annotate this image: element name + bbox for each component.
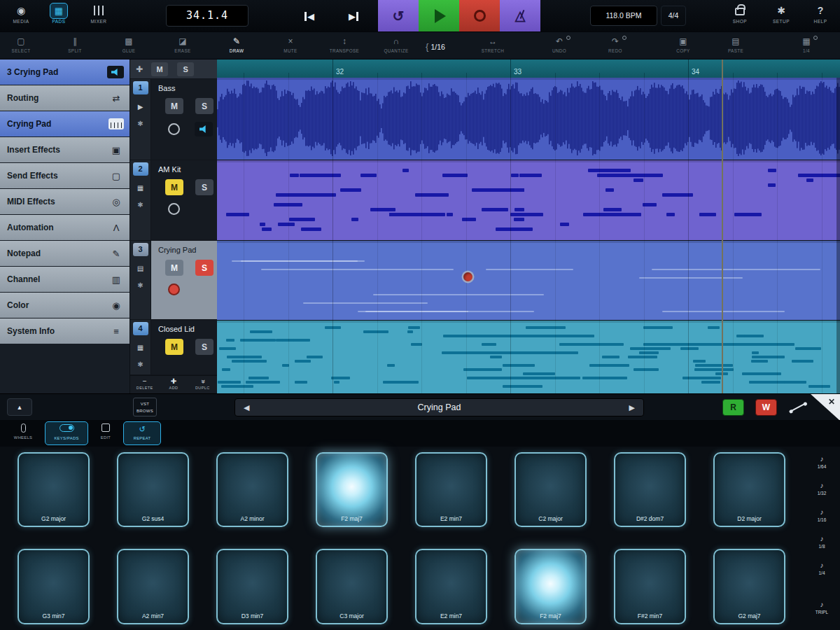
add-track-button[interactable]: ✚ADD xyxy=(159,376,188,393)
skip-back-button[interactable]: ◀ xyxy=(297,6,322,27)
repeat-rate-1-64[interactable]: ♪1/64 xyxy=(806,455,837,469)
tool-glue[interactable]: ▩GLUE xyxy=(106,36,152,53)
mixer-button[interactable]: MIXER xyxy=(81,3,116,24)
patch-selector[interactable]: ◀ Crying Pad ▶ xyxy=(234,398,644,416)
media-button[interactable]: ◉ MEDIA xyxy=(4,3,38,24)
solo-button[interactable]: S xyxy=(195,179,214,195)
arrange-area[interactable]: 323334 xyxy=(217,59,840,393)
tool-draw[interactable]: ✎DRAW xyxy=(214,36,260,53)
mute-button[interactable]: M xyxy=(165,98,183,114)
chord-pad-f2-maj7[interactable]: F2 maj7 xyxy=(514,549,587,624)
tool-stretch[interactable]: ↔STRETCH xyxy=(470,36,516,53)
mute-button[interactable]: M xyxy=(165,179,183,195)
solo-button[interactable]: S xyxy=(195,339,214,355)
chord-pad-a2-minor[interactable]: A2 minor xyxy=(216,452,288,527)
cycle-button[interactable]: ↺ xyxy=(378,0,419,31)
inspector-item-routing[interactable]: Routing⇄ xyxy=(0,85,130,111)
inspector-item-3-crying-pad[interactable]: 3 Crying Pad xyxy=(0,59,130,85)
mute-button[interactable]: M xyxy=(165,260,183,276)
tool-transpose[interactable]: ↕TRANSPOSE xyxy=(321,36,368,53)
chord-pad-c3-major[interactable]: C3 major xyxy=(316,549,388,624)
repeat-rate-tripl[interactable]: ♪TRIPL xyxy=(806,601,837,615)
vst-browser-button[interactable]: VST BROWS xyxy=(133,398,157,416)
event-track-closed-lid[interactable] xyxy=(217,321,840,393)
global-mute-button[interactable]: M xyxy=(151,62,168,76)
inspector-item-crying-pad[interactable]: Crying Pad xyxy=(0,111,130,136)
repeat-rate-1-32[interactable]: ♪1/32 xyxy=(806,482,837,496)
keys-pads-button[interactable]: KEYS/PADS xyxy=(45,421,88,445)
chord-pad-g2-sus4[interactable]: G2 sus4 xyxy=(117,452,189,527)
bpm-display[interactable]: 118.0 BPM xyxy=(590,6,657,26)
time-display[interactable]: 34.1.4 xyxy=(166,5,248,27)
repeat-rate-1-4[interactable]: ♪1/4 xyxy=(806,561,837,575)
track-header-am-kit[interactable]: 2▦✱AM KitMS xyxy=(130,160,217,241)
inspector-item-system-info[interactable]: System Info≡ xyxy=(0,318,130,344)
inspector-item-color[interactable]: Color◉ xyxy=(0,293,130,318)
time-signature-display[interactable]: 4/4 xyxy=(661,6,686,26)
pads-button[interactable]: ▦ PADS xyxy=(42,3,76,24)
automation-curve-icon[interactable] xyxy=(787,401,809,414)
track-header-crying-pad[interactable]: 3▤✱Crying PadMS xyxy=(130,241,217,320)
collapse-panel-button[interactable]: ▲ xyxy=(7,398,32,416)
tool-mute[interactable]: ×MUTE xyxy=(267,36,314,53)
chord-pad-e2-min7[interactable]: E2 min7 xyxy=(415,549,487,624)
event-track-bass[interactable] xyxy=(217,78,840,160)
inspector-item-send-effects[interactable]: Send Effects▢ xyxy=(0,163,130,188)
edit-button[interactable]: EDIT xyxy=(92,421,119,445)
repeat-button[interactable]: ↺REPEAT xyxy=(123,421,161,445)
event-track-crying-pad[interactable] xyxy=(217,241,840,320)
automation-read-button[interactable]: R xyxy=(722,399,744,416)
chord-pad-e2-min7[interactable]: E2 min7 xyxy=(415,452,487,527)
global-solo-button[interactable]: S xyxy=(177,62,194,76)
chord-pad-g2-major[interactable]: G2 major xyxy=(18,452,90,527)
play-button[interactable] xyxy=(419,0,459,31)
repeat-rate-1-8[interactable]: ♪1/8 xyxy=(806,535,837,549)
repeat-rate-1-16[interactable]: ♪1/16 xyxy=(806,508,837,522)
event-track-am-kit[interactable] xyxy=(217,160,840,240)
chord-pad-d2-major[interactable]: D2 major xyxy=(713,452,785,527)
setup-button[interactable]: ✱ SETUP xyxy=(764,3,798,24)
inspector-item-midi-effects[interactable]: MIDI Effects◎ xyxy=(0,189,130,214)
solo-button[interactable]: S xyxy=(195,98,214,114)
record-arm-button[interactable] xyxy=(168,284,180,295)
tool-select[interactable]: ▢SELECT xyxy=(0,36,44,53)
solo-button[interactable]: S xyxy=(195,260,214,276)
tool-split[interactable]: ∥SPLIT xyxy=(52,36,98,53)
tool-1-4[interactable]: ▦1/4 xyxy=(783,36,830,53)
close-pads-corner[interactable] xyxy=(811,394,840,421)
playhead[interactable] xyxy=(722,59,723,393)
chord-pad-a2-min7[interactable]: A2 min7 xyxy=(117,549,189,624)
automation-write-button[interactable]: W xyxy=(755,399,777,416)
close-icon[interactable]: ✕ xyxy=(828,397,835,407)
mute-button[interactable]: M xyxy=(165,339,183,355)
track-header-bass[interactable]: 1▶✱BassMS xyxy=(130,79,217,160)
timeline-ruler[interactable]: 323334 xyxy=(217,59,840,78)
record-button[interactable] xyxy=(459,0,500,31)
record-arm-button[interactable] xyxy=(168,123,180,135)
chord-pad-f-2-min7[interactable]: F#2 min7 xyxy=(614,549,686,624)
inspector-item-notepad[interactable]: Notepad✎ xyxy=(0,241,130,266)
tool-erase[interactable]: ◪ERASE xyxy=(160,36,206,53)
metronome-button[interactable]: △ xyxy=(500,0,540,31)
chord-pad-d3-min7[interactable]: D3 min7 xyxy=(216,549,288,624)
tool-1-16[interactable]: {1/16 xyxy=(412,41,458,52)
help-button[interactable]: ? HELP xyxy=(804,3,837,24)
prev-patch-icon[interactable]: ◀ xyxy=(244,403,249,412)
wheels-button[interactable]: WHEELS xyxy=(6,421,41,445)
chord-pad-g2-maj7[interactable]: G2 maj7 xyxy=(713,549,785,624)
tool-undo[interactable]: ↶UNDO xyxy=(536,36,582,53)
tool-paste[interactable]: ▤PASTE xyxy=(713,36,759,53)
shop-button[interactable]: SHOP xyxy=(722,3,757,24)
inspector-item-insert-effects[interactable]: Insert Effects▣ xyxy=(0,137,130,162)
chord-pad-g3-min7[interactable]: G3 min7 xyxy=(18,549,90,624)
chord-pad-f2-maj7[interactable]: F2 maj7 xyxy=(316,452,388,527)
delete-track-button[interactable]: −DELETE xyxy=(130,376,159,393)
track-header-closed-lid[interactable]: 4▦✱Closed LidMS xyxy=(130,320,217,375)
inspector-item-channel[interactable]: Channel▥ xyxy=(0,267,130,292)
next-patch-icon[interactable]: ▶ xyxy=(629,403,635,412)
tool-redo[interactable]: ↷REDO xyxy=(592,36,638,53)
duplc-track-button[interactable]: »DUPLC xyxy=(188,376,217,393)
tool-copy[interactable]: ▣COPY xyxy=(660,36,706,53)
chord-pad-c2-major[interactable]: C2 major xyxy=(514,452,587,527)
monitor-button[interactable] xyxy=(195,122,213,136)
